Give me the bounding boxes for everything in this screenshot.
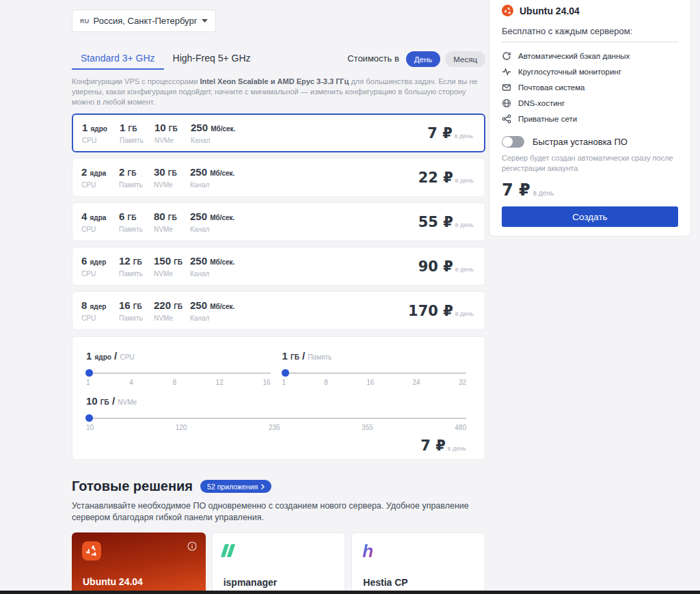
plan-row-2[interactable]: 2 ядра CPU 2 ГБ Память 30 ГБ NVMe 250 Мб…: [72, 158, 485, 197]
ram-slider-handle[interactable]: [282, 369, 289, 377]
disk-slider-group: 10 ГБ / NVMe 10120235355480: [86, 395, 466, 431]
disk-slider-name: NVMe: [118, 399, 137, 406]
order-summary-panel: Ubuntu 24.04 Бесплатно с каждым сервером…: [489, 0, 691, 237]
info-icon[interactable]: [187, 541, 197, 551]
cpu-value: 2: [81, 166, 87, 178]
cpu-value: 6: [81, 255, 87, 267]
net-label: Канал: [190, 181, 418, 189]
plan-net: 250 Мб/сек. Канал: [191, 122, 427, 144]
configurator-main: Конфигуратор облачного сервера RU Россия…: [72, 0, 485, 594]
disk-label: NVMe: [154, 181, 190, 189]
plan-price: 22 ₽в день: [418, 170, 474, 186]
tick: 1: [282, 379, 286, 386]
cpu-slider-track[interactable]: [86, 373, 271, 374]
backup-icon: [502, 51, 511, 61]
tabs-row: Standard 3+ GHz High-Freq 5+ GHz Стоимос…: [72, 51, 485, 70]
cpu-value: 1: [82, 122, 88, 133]
region-code: RU: [80, 18, 90, 25]
disk-slider-handle[interactable]: [85, 414, 93, 422]
ram-label: Память: [119, 226, 154, 233]
slash: /: [302, 350, 305, 362]
plan-net: 250 Мб/сек. Канал: [190, 167, 418, 189]
plan-disk: 150 ГБ NVMe: [154, 256, 190, 278]
ram-label: Память: [119, 181, 154, 189]
tick: 32: [459, 379, 466, 386]
tab-standard[interactable]: Standard 3+ GHz: [72, 51, 164, 70]
quick-install-toggle[interactable]: [502, 136, 524, 148]
price-value: 170: [408, 303, 438, 319]
cpu-unit: ядро: [91, 125, 107, 133]
currency-sign: ₽: [443, 214, 453, 230]
plan-net: 250 Мб/сек. Канал: [190, 256, 418, 278]
plan-row-3[interactable]: 4 ядра CPU 6 ГБ Память 80 ГБ NVMe 250 Мб…: [72, 202, 485, 241]
bottom-bar: [0, 591, 700, 594]
apps-count-badge[interactable]: 52 приложения: [200, 480, 271, 493]
period-day-pill[interactable]: День: [406, 51, 441, 67]
price-value: 55: [418, 214, 438, 230]
price-period: в день: [533, 189, 554, 197]
price-value: 90: [418, 258, 438, 275]
feature-item: Круглосуточный мониторинг: [502, 66, 678, 77]
disk-value: 150: [154, 255, 171, 267]
cpu-value: 8: [81, 299, 87, 311]
feature-label: Приватные сети: [518, 115, 577, 123]
disk-label: NVMe: [154, 226, 190, 233]
ubuntu-logo-icon: [502, 5, 513, 16]
price-value: 7: [502, 180, 513, 200]
solution-card-ispmanager[interactable]: ispmanager от 9 ₽ в день: [212, 532, 346, 594]
solution-card-ubuntu[interactable]: Ubuntu 24.04 Бесплатно: [72, 532, 206, 594]
tab-highfreq[interactable]: High-Freq 5+ GHz: [164, 51, 260, 70]
ram-unit: ГБ: [133, 303, 142, 310]
create-server-button[interactable]: Создать: [502, 206, 678, 227]
price-period: в день: [455, 133, 473, 139]
region-name: Россия, Санкт-Петербург: [94, 16, 198, 26]
ram-slider-value: 1: [282, 350, 288, 362]
plan-row-1[interactable]: 1 ядро CPU 1 ГБ Память 10 ГБ NVMe 250 Мб…: [72, 113, 485, 152]
tick: 8: [172, 379, 176, 386]
cpu-unit: ядер: [90, 303, 107, 310]
plan-net: 250 Мб/сек. Канал: [190, 300, 408, 322]
total-price: 7 ₽в день: [502, 180, 678, 200]
plan-price: 55 ₽в день: [418, 214, 474, 230]
tick: 16: [262, 379, 270, 386]
solution-cards: Ubuntu 24.04 Бесплатно ispmanager от 9 ₽…: [72, 532, 485, 594]
feature-label: Почтовая система: [518, 83, 585, 92]
solution-card-hestia[interactable]: h Hestia CP Бесплатно: [351, 532, 485, 594]
price-period: в день: [455, 310, 474, 317]
cpu-label: CPU: [81, 314, 119, 322]
plan-cpu: 1 ядро CPU: [82, 122, 120, 144]
disk-value: 30: [154, 166, 165, 178]
plan-price: 7 ₽в день: [427, 125, 473, 141]
cpu-label: CPU: [82, 137, 120, 144]
ram-value: 6: [119, 211, 124, 222]
price-period-label: Стоимость в: [347, 53, 399, 64]
intro-bold: Intel Xeon Scalable и AMD Epyc 3-3.3 ГГц: [200, 77, 349, 85]
ram-value: 1: [120, 122, 125, 133]
tick: 24: [413, 379, 420, 386]
price-value: 7: [427, 125, 438, 141]
disk-value: 10: [154, 122, 166, 133]
disk-label: NVMe: [154, 314, 190, 322]
plan-row-5[interactable]: 8 ядер CPU 16 ГБ Память 220 ГБ NVMe 250 …: [72, 291, 485, 330]
disk-slider-track[interactable]: [86, 418, 466, 419]
net-label: Канал: [190, 314, 408, 322]
solutions-title: Готовые решения: [72, 478, 193, 494]
plan-net: 250 Мб/сек. Канал: [190, 211, 418, 233]
disk-label: NVMe: [154, 270, 190, 278]
custom-config-card: 1 ядро / CPU 1481216 1 ГБ / Память 18162…: [72, 336, 485, 460]
plan-cpu: 2 ядра CPU: [81, 167, 119, 189]
region-select[interactable]: RU Россия, Санкт-Петербург: [72, 10, 216, 32]
ram-slider-track[interactable]: [282, 373, 467, 374]
slash: /: [114, 350, 117, 362]
feature-label: Круглосуточный мониторинг: [518, 68, 621, 76]
plan-ram: 1 ГБ Память: [120, 122, 154, 144]
plan-row-4[interactable]: 6 ядер CPU 12 ГБ Память 150 ГБ NVMe 250 …: [72, 247, 485, 286]
cpu-slider-handle[interactable]: [85, 369, 93, 377]
cpu-unit: ядер: [90, 258, 107, 266]
tick: 8: [324, 379, 328, 386]
period-month-pill[interactable]: Месяц: [445, 51, 485, 67]
cpu-slider-value: 1: [86, 350, 92, 362]
currency-sign: ₽: [443, 303, 453, 319]
cpu-unit: ядра: [90, 214, 107, 221]
cpu-label: CPU: [81, 270, 119, 278]
